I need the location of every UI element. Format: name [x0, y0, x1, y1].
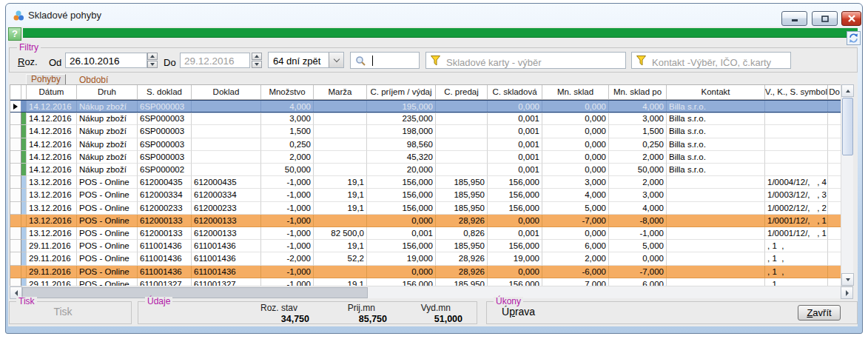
date-to-input[interactable]: 29.12.2016 — [180, 53, 250, 68]
row-type-stripe — [21, 240, 27, 252]
funnel-icon — [636, 55, 647, 69]
column-header-do[interactable]: Do — [828, 85, 841, 100]
row-selector[interactable] — [10, 189, 21, 201]
edit-action[interactable]: Úprava — [502, 306, 535, 318]
date-from-spinner[interactable] — [147, 53, 158, 68]
table-row[interactable]: 29.11.2016POS - Online611001436611001436… — [10, 252, 841, 265]
column-header-mn-sklad[interactable]: Mn. sklad — [542, 85, 609, 100]
cell-s-doklad: 6SP000003 — [138, 151, 192, 164]
column-header-druh[interactable]: Druh — [77, 85, 138, 100]
column-header-vks-symbol[interactable]: V., K., S. symbol — [765, 85, 828, 100]
row-selector[interactable] — [10, 215, 21, 227]
column-header-kontakt[interactable]: Kontakt — [667, 85, 765, 100]
app-icon — [13, 10, 24, 24]
window-title: Skladové pohyby — [28, 10, 101, 21]
print-button[interactable]: Tisk — [30, 306, 96, 318]
range-dropdown-button[interactable] — [329, 53, 343, 67]
column-header-datum[interactable]: Dátum — [27, 85, 77, 100]
cell-do — [828, 138, 841, 151]
table-row[interactable]: 29.11.2016POS - Online611001327611001327… — [10, 278, 841, 286]
column-header-stripe[interactable] — [21, 85, 27, 100]
cell-c-predaj: 28,926 — [436, 215, 488, 227]
column-header-mnozstvo[interactable]: Množstvo — [261, 85, 314, 100]
column-header-c-skladova[interactable]: C. skladová — [488, 85, 542, 100]
contact-placeholder: Kontakt -Výběr, IČO, č.karty — [652, 56, 771, 69]
table-row[interactable]: 13.12.2016POS - Online612000334612000334… — [10, 189, 841, 201]
roz-label[interactable]: Roz. — [18, 56, 38, 67]
table-row[interactable]: 13.12.2016POS - Online612000435612000435… — [10, 176, 841, 189]
scroll-up-button[interactable] — [841, 84, 854, 97]
row-selector[interactable] — [10, 176, 21, 189]
table-row[interactable]: 14.12.2016Nákup zboží6SP0000031,500198,0… — [10, 125, 841, 138]
cell-kontakt — [667, 266, 765, 278]
column-header-c-predaj[interactable]: C. predaj — [436, 85, 488, 100]
cell-mnozstvo: 50,000 — [261, 164, 314, 176]
cell-druh: Nákup zboží — [77, 151, 138, 164]
minimize-button[interactable] — [781, 11, 807, 26]
cell-vks-symbol — [765, 151, 828, 164]
column-header-c-prijem-vydaj[interactable]: C. príjem / výdaj — [367, 85, 436, 100]
column-header-s-doklad[interactable]: S. doklad — [138, 85, 192, 100]
table-row[interactable]: 14.12.2016Nákup zboží6SP00000250,00020,0… — [10, 164, 841, 176]
table-row[interactable]: 14.12.2016Nákup zboží6SP0000033,000235,0… — [10, 113, 841, 125]
column-header-doklad[interactable]: Doklad — [192, 85, 261, 100]
row-selector[interactable] — [10, 151, 21, 164]
row-selector[interactable] — [10, 101, 21, 112]
vertical-scrollbar[interactable] — [841, 84, 853, 286]
cell-datum: 13.12.2016 — [27, 202, 77, 215]
vertical-scroll-thumb[interactable] — [842, 98, 853, 155]
spin-down-icon[interactable] — [147, 61, 158, 68]
row-type-stripe — [21, 215, 27, 227]
maximize-button[interactable] — [812, 11, 838, 26]
spin-up-icon[interactable] — [252, 53, 262, 60]
scroll-right-button[interactable] — [841, 286, 853, 299]
row-selector[interactable] — [10, 113, 21, 125]
table-row[interactable]: 14.12.2016Nákup zboží6SP0000034,000195,0… — [10, 100, 841, 113]
help-button[interactable]: ? — [8, 27, 21, 41]
cell-mn-sklad: 0,000 — [542, 151, 609, 164]
cell-doklad — [192, 138, 261, 151]
contact-filter-input[interactable]: Kontakt -Výběr, IČO, č.karty — [631, 52, 791, 69]
row-selector[interactable] — [10, 240, 21, 252]
stock-cards-filter-input[interactable]: Skladové karty - výběr — [425, 52, 626, 69]
table-row[interactable]: 14.12.2016Nákup zboží6SP0000030,25098,56… — [10, 138, 841, 151]
scroll-down-button[interactable] — [841, 273, 854, 286]
cell-mn-sklad: 0,000 — [542, 227, 609, 240]
horizontal-scrollbar[interactable] — [10, 286, 853, 298]
cell-mn-sklad: -6,000 — [542, 266, 609, 278]
spin-up-icon[interactable] — [147, 53, 158, 60]
row-selector[interactable] — [10, 164, 21, 176]
table-row[interactable]: 13.12.2016POS - Online612000233612000233… — [10, 202, 841, 215]
table-row[interactable]: 29.11.2016POS - Online611001436611001436… — [10, 240, 841, 252]
table-row[interactable]: 14.12.2016Nákup zboží6SP0000032,00045,32… — [10, 151, 841, 164]
row-selector[interactable] — [10, 252, 21, 265]
tab-pohyby[interactable]: Pohyby — [26, 74, 66, 85]
table-row[interactable]: 29.11.2016POS - Online611001436611001436… — [10, 266, 841, 278]
cell-c-prijem-vydaj: 156,000 — [367, 278, 436, 286]
date-from-input[interactable]: 26.10.2016 — [65, 53, 147, 68]
spin-down-icon[interactable] — [252, 61, 262, 68]
row-selector[interactable] — [10, 278, 21, 286]
cell-marza: 19,1 — [314, 189, 367, 201]
row-selector[interactable] — [10, 125, 21, 138]
stat-label: Vyd.mn — [359, 303, 462, 313]
column-header-mn-sklad-po[interactable]: Mn. sklad po — [609, 85, 667, 100]
search-input[interactable] — [350, 52, 420, 69]
date-to-spinner[interactable] — [252, 53, 262, 68]
row-selector[interactable] — [10, 227, 21, 240]
tab-obdobi[interactable]: Období — [79, 75, 108, 85]
refresh-button[interactable] — [847, 31, 861, 45]
horizontal-scroll-thumb[interactable] — [22, 287, 368, 298]
close-dialog-button[interactable]: Zavřít — [798, 305, 841, 320]
table-row[interactable]: 13.12.2016POS - Online612000133612000133… — [10, 227, 841, 240]
actions-group-label: Úkony — [494, 297, 523, 306]
row-selector[interactable] — [10, 266, 21, 278]
row-selector[interactable] — [10, 202, 21, 215]
cell-mn-sklad: 0,000 — [542, 125, 609, 138]
row-selector[interactable] — [10, 138, 21, 151]
close-button[interactable] — [841, 11, 861, 26]
column-header-marza[interactable]: Marža — [314, 85, 367, 100]
table-row[interactable]: 13.12.2016POS - Online612000133612000133… — [10, 215, 841, 227]
cell-vks-symbol — [765, 125, 828, 138]
column-header-selector[interactable] — [10, 85, 21, 100]
